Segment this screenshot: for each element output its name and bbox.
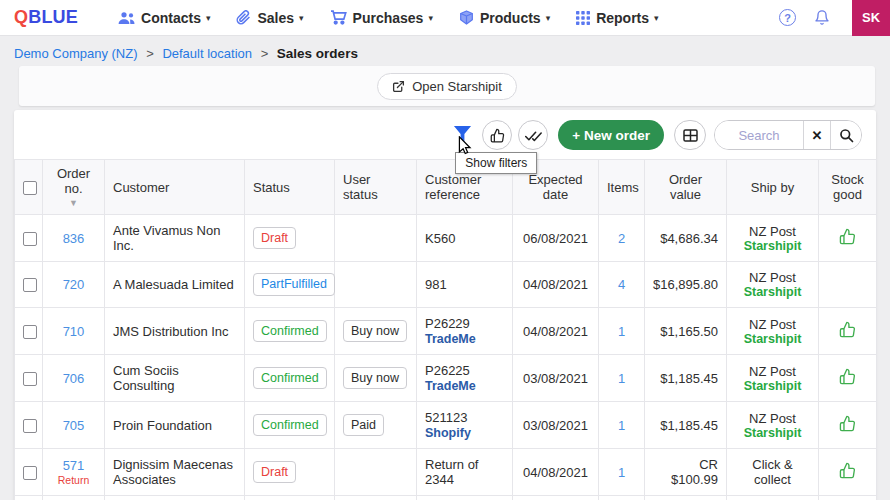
- nav-menu-sales[interactable]: Sales ▾: [236, 10, 303, 26]
- sales-orders-table: Order no. ▼ Customer Status User status …: [14, 159, 877, 500]
- clear-search-button[interactable]: ✕: [803, 121, 830, 149]
- order-value: $1,165.50: [660, 324, 718, 339]
- col-header-customer[interactable]: Customer: [105, 160, 245, 215]
- expected-date: 03/08/2021: [523, 418, 588, 433]
- stock-good-thumbs-up-icon: [839, 321, 856, 338]
- col-header-stock-good[interactable]: Stock good: [819, 160, 877, 215]
- starshipit-bar: Open Starshipit: [19, 66, 875, 106]
- nav-menu-contacts[interactable]: Contacts ▾: [118, 10, 210, 26]
- items-count-link[interactable]: 4: [618, 277, 625, 292]
- customer-reference: 981: [425, 277, 504, 292]
- order-number-link[interactable]: 836: [63, 231, 85, 246]
- status-badge: Confirmed: [253, 367, 327, 390]
- sales-channel-label: TradeMe: [425, 332, 504, 346]
- items-count-link[interactable]: 1: [618, 465, 625, 480]
- col-header-ship-by[interactable]: Ship by: [727, 160, 819, 215]
- ship-by-method: NZ Post: [735, 270, 810, 285]
- customer-reference: P26229: [425, 316, 504, 331]
- expected-date: 04/08/2021: [523, 465, 588, 480]
- complete-double-check-button[interactable]: [518, 120, 548, 150]
- status-badge: Confirmed: [253, 414, 327, 437]
- chevron-down-icon: ▾: [428, 13, 433, 23]
- col-header-status[interactable]: Status: [245, 160, 335, 215]
- col-header-order-value[interactable]: Order value: [645, 160, 727, 215]
- row-checkbox[interactable]: [23, 419, 37, 433]
- order-value: $4,686.34: [660, 231, 718, 246]
- order-number-link[interactable]: 710: [63, 324, 85, 339]
- order-number-link[interactable]: 705: [63, 418, 85, 433]
- user-status-badge: Buy now: [343, 367, 407, 390]
- top-navbar: QBLUE Contacts ▾ Sales ▾ Purchases ▾ Pro…: [0, 0, 890, 36]
- help-icon[interactable]: ?: [779, 9, 796, 26]
- order-value: $16,895.80: [653, 277, 718, 292]
- user-status-badge: Paid: [343, 414, 384, 437]
- col-header-user-status[interactable]: User status: [335, 160, 417, 215]
- sales-channel-label: Shopify: [425, 426, 504, 440]
- table-row: 706Cum Sociis ConsultingConfirmedBuy now…: [15, 355, 877, 402]
- row-checkbox[interactable]: [23, 325, 37, 339]
- table-row: 836Ante Vivamus Non Inc.DraftK56006/08/2…: [15, 215, 877, 262]
- ship-by-carrier: Starshipit: [735, 332, 810, 346]
- orders-tbody: 836Ante Vivamus Non Inc.DraftK56006/08/2…: [15, 215, 877, 500]
- show-filters-button[interactable]: Show filters: [453, 125, 472, 146]
- row-checkbox[interactable]: [23, 466, 37, 480]
- user-avatar[interactable]: SK: [852, 0, 890, 36]
- order-value: CR $100.99: [671, 457, 718, 487]
- expected-date: 04/08/2021: [523, 277, 588, 292]
- items-count-link[interactable]: 1: [618, 324, 625, 339]
- items-count-link[interactable]: 2: [618, 231, 625, 246]
- nav-menu-products[interactable]: Products ▾: [459, 10, 550, 26]
- table-row: 710JMS Distribution IncConfirmedBuy nowP…: [15, 308, 877, 355]
- customer-reference: Return of 2344: [425, 457, 504, 487]
- select-all-checkbox[interactable]: [23, 181, 37, 195]
- row-checkbox[interactable]: [23, 278, 37, 292]
- stock-good-thumbs-up-icon: [839, 368, 856, 385]
- approve-thumbs-up-button[interactable]: [482, 120, 512, 150]
- breadcrumb-company-link[interactable]: Demo Company (NZ): [14, 46, 138, 61]
- items-count-link[interactable]: 1: [618, 371, 625, 386]
- expected-date: 06/08/2021: [523, 231, 588, 246]
- page-title: Sales orders: [277, 46, 358, 61]
- ship-by-carrier: Starshipit: [735, 379, 810, 393]
- search-input[interactable]: [715, 121, 803, 149]
- col-header-order-no[interactable]: Order no. ▼: [43, 160, 105, 215]
- table-row: 705Proin FoundationConfirmedPaid521123Sh…: [15, 402, 877, 449]
- new-order-button[interactable]: + New order: [558, 120, 664, 150]
- row-checkbox[interactable]: [23, 372, 37, 386]
- chevron-down-icon: ▾: [654, 13, 659, 23]
- orders-toolbar: Show filters + New order ✕: [14, 110, 876, 159]
- breadcrumb-location-link[interactable]: Default location: [162, 46, 252, 61]
- expected-date: 04/08/2021: [523, 324, 588, 339]
- sales-paperclip-icon: [236, 10, 251, 25]
- status-badge: Confirmed: [253, 320, 327, 343]
- row-checkbox[interactable]: [23, 232, 37, 246]
- sort-desc-icon: ▼: [51, 198, 96, 208]
- chevron-down-icon: ▾: [206, 13, 211, 23]
- items-count-link[interactable]: 1: [618, 418, 625, 433]
- nav-menu-purchases[interactable]: Purchases ▾: [330, 10, 433, 26]
- customer-reference: K560: [425, 231, 504, 246]
- status-badge: PartFulfilled: [253, 273, 335, 296]
- table-view-button[interactable]: [674, 120, 706, 150]
- order-number-link[interactable]: 706: [63, 371, 85, 386]
- order-number-link[interactable]: 720: [63, 277, 85, 292]
- nav-menu-reports[interactable]: Reports ▾: [576, 10, 658, 26]
- breadcrumb: Demo Company (NZ) > Default location > S…: [0, 36, 890, 70]
- ship-by-carrier: Starshipit: [735, 426, 810, 440]
- return-flag: Return: [51, 474, 96, 486]
- table-row: 562A Magna Lorem LimitedPartFulfilledSup…: [15, 496, 877, 500]
- contacts-people-icon: [118, 11, 135, 25]
- order-number-link[interactable]: 571: [63, 458, 85, 473]
- search-button[interactable]: [830, 121, 861, 149]
- stock-good-thumbs-up-icon: [839, 415, 856, 432]
- open-starshipit-button[interactable]: Open Starshipit: [377, 73, 517, 100]
- ship-by-method: NZ Post: [735, 411, 810, 426]
- stock-good-thumbs-up-icon: [839, 228, 856, 245]
- orders-panel: Show filters + New order ✕ Order no. ▼ C…: [14, 110, 876, 500]
- ship-by-method: NZ Post: [735, 317, 810, 332]
- col-header-items[interactable]: Items: [599, 160, 645, 215]
- stock-good-thumbs-up-icon: [839, 462, 856, 479]
- app-logo[interactable]: QBLUE: [14, 7, 78, 28]
- customer-name: JMS Distribution Inc: [113, 324, 229, 339]
- notifications-bell-icon[interactable]: [814, 9, 830, 26]
